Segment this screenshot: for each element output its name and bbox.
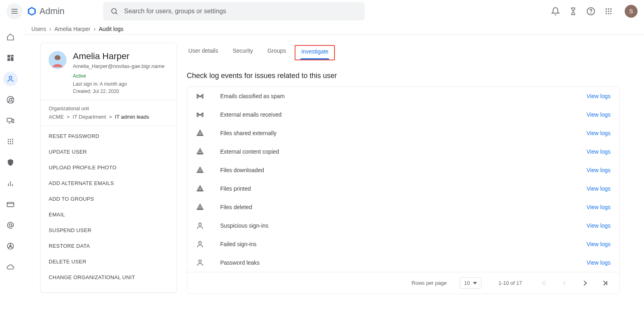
sidebar-apps[interactable]	[3, 134, 18, 149]
log-row: Password leaksView logs	[187, 253, 619, 272]
org-link[interactable]: IT Department	[73, 114, 106, 120]
svg-point-9	[610, 8, 611, 10]
highlight-box: Investigate	[295, 45, 335, 60]
svg-rect-27	[12, 119, 14, 123]
svg-point-8	[608, 8, 609, 10]
svg-point-20	[9, 76, 12, 79]
notifications-icon[interactable]	[551, 6, 560, 16]
menu-button[interactable]	[6, 3, 23, 19]
home-icon	[6, 33, 14, 41]
tab-investigate[interactable]: Investigate	[299, 46, 330, 60]
view-logs-link[interactable]: View logs	[586, 130, 611, 136]
org-unit-path: ACME > IT Department > IT admin leads	[49, 114, 169, 120]
action-reset-password[interactable]: RESET PASSWORD	[41, 128, 177, 144]
pager-first[interactable]	[539, 278, 550, 289]
sidebar-chrome[interactable]	[3, 93, 18, 107]
log-row: Files deletedView logs	[187, 198, 619, 216]
user-last-signin: Last sign in: A month ago	[73, 80, 165, 88]
action-email[interactable]: EMAIL	[41, 207, 177, 222]
person-icon	[6, 75, 14, 83]
action-suspend-user[interactable]: SUSPEND USER	[41, 222, 177, 238]
action-add-alternate-emails[interactable]: ADD ALTERNATE EMAILS	[41, 175, 177, 191]
log-row: Files downloadedView logs	[187, 161, 619, 179]
svg-point-3	[112, 8, 117, 13]
org-current: IT admin leads	[115, 114, 149, 120]
tab-security[interactable]: Security	[231, 45, 255, 60]
action-change-organizational-unit[interactable]: CHANGE ORGANIZATIONAL UNIT	[41, 269, 177, 285]
action-upload-profile-photo[interactable]: UPLOAD PROFILE PHOTO	[41, 160, 177, 175]
user-icon	[196, 240, 220, 248]
action-delete-user[interactable]: DELETE USER	[41, 254, 177, 269]
view-logs-link[interactable]: View logs	[586, 222, 611, 229]
hamburger-icon	[10, 7, 19, 15]
header-icons: S	[551, 5, 638, 18]
action-restore-data[interactable]: RESTORE DATA	[41, 238, 177, 254]
breadcrumb-link[interactable]: Users	[31, 26, 46, 32]
sidebar-billing[interactable]	[3, 197, 18, 212]
log-row: External emails receivedView logs	[187, 105, 619, 124]
gmail-icon	[196, 92, 220, 100]
chevron-right-icon: ›	[94, 26, 96, 32]
hourglass-icon[interactable]	[568, 6, 578, 16]
breadcrumb: Users › Amelia Harper › Audit logs	[24, 23, 644, 35]
sidebar-dashboard[interactable]	[3, 51, 18, 65]
user-email: Amelia_Harper@novitas-gae.bigr.name	[73, 63, 165, 69]
sidebar-home[interactable]	[3, 30, 18, 44]
user-avatar	[49, 51, 66, 69]
org-link[interactable]: ACME	[49, 114, 64, 120]
sidebar-storage[interactable]	[3, 260, 18, 274]
account-avatar[interactable]: S	[625, 5, 638, 18]
search-input[interactable]: Search for users, groups or settings	[103, 2, 365, 21]
log-row: Emails classified as spamView logs	[187, 87, 619, 105]
svg-point-12	[610, 10, 611, 12]
gmail-icon	[196, 111, 220, 119]
action-add-to-groups[interactable]: ADD TO GROUPS	[41, 191, 177, 207]
svg-point-32	[8, 141, 9, 142]
log-label: Failed sign-ins	[220, 241, 586, 247]
app-name: Admin	[39, 6, 64, 16]
view-logs-link[interactable]: View logs	[586, 259, 611, 266]
pager-last[interactable]	[599, 278, 611, 289]
view-logs-link[interactable]: View logs	[586, 204, 611, 210]
log-row: Failed sign-insView logs	[187, 235, 619, 253]
svg-point-22	[9, 99, 12, 101]
logo[interactable]: Admin	[27, 6, 64, 16]
view-logs-link[interactable]: View logs	[586, 148, 611, 155]
tab-groups[interactable]: Groups	[266, 45, 288, 60]
log-label: Password leaks	[220, 259, 586, 266]
view-logs-link[interactable]: View logs	[586, 111, 611, 118]
help-icon[interactable]	[586, 6, 596, 16]
log-label: External content copied	[220, 148, 586, 155]
view-logs-link[interactable]: View logs	[586, 241, 611, 247]
sidebar-devices[interactable]	[3, 113, 18, 128]
rows-per-page-select[interactable]: 10	[460, 277, 481, 289]
sidebar-rules[interactable]	[3, 239, 18, 253]
sidebar-reports[interactable]	[3, 176, 18, 191]
svg-point-37	[12, 143, 13, 144]
sidebar-directory[interactable]	[3, 72, 18, 86]
log-table: Emails classified as spamView logsExtern…	[187, 86, 620, 294]
breadcrumb-link[interactable]: Amelia Harper	[54, 26, 90, 32]
chrome-icon	[6, 96, 14, 104]
drive-icon	[196, 203, 220, 211]
view-logs-link[interactable]: View logs	[586, 185, 611, 192]
tab-user-details[interactable]: User details	[187, 45, 220, 60]
pager-next[interactable]	[579, 278, 590, 289]
svg-rect-18	[11, 57, 14, 61]
sidebar-account[interactable]	[3, 218, 18, 232]
steering-icon	[6, 242, 14, 250]
content: Amelia Harper Amelia_Harper@novitas-gae.…	[40, 43, 620, 329]
svg-rect-16	[8, 55, 10, 58]
svg-point-43	[9, 224, 12, 227]
pager-prev[interactable]	[559, 278, 570, 289]
sidebar-security[interactable]	[3, 155, 18, 170]
view-logs-link[interactable]: View logs	[586, 167, 611, 173]
view-logs-link[interactable]: View logs	[586, 93, 611, 99]
section-title: Check log events for issues related to t…	[187, 72, 620, 80]
log-label: Emails classified as spam	[220, 93, 586, 99]
svg-point-52	[199, 241, 202, 244]
card-icon	[6, 200, 14, 208]
user-card: Amelia Harper Amelia_Harper@novitas-gae.…	[40, 43, 177, 293]
apps-icon[interactable]	[604, 6, 613, 16]
action-update-user[interactable]: UPDATE USER	[41, 144, 177, 160]
